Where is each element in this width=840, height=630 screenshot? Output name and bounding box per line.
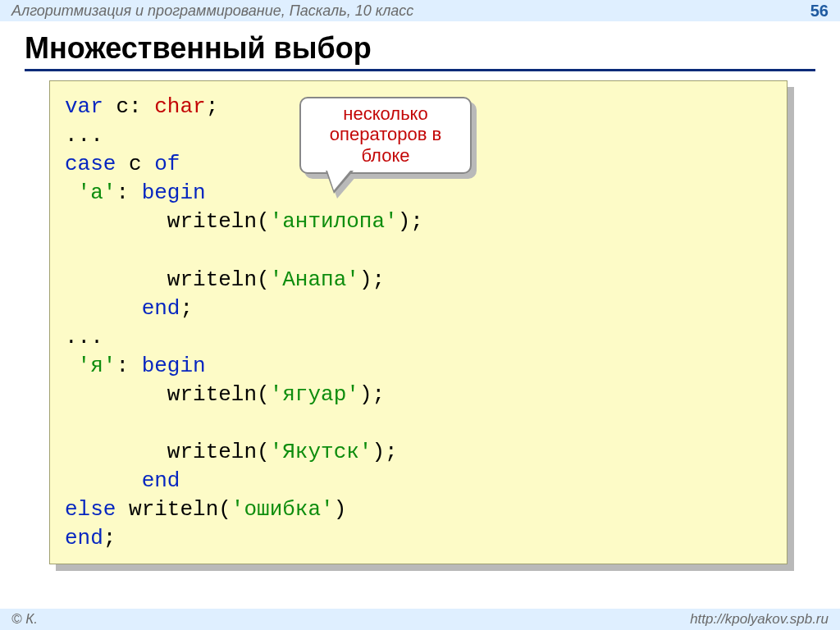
txt: : [116,180,141,205]
callout-text: несколько операторов в блоке [330,103,441,166]
txt: ; [372,382,385,407]
str-jaguar: 'ягуар' [270,382,359,407]
txt: ; [410,209,423,234]
txt: ; [180,296,193,321]
txt: ; [206,94,219,119]
page-number: 56 [810,2,829,21]
txt: : [116,354,141,378]
txt: ) [359,382,372,407]
kw-begin: begin [142,354,206,378]
kw-var: var [65,94,103,119]
kw-char: char [154,94,205,119]
fn-writeln: writeln [167,382,257,407]
txt-dots: ... [65,123,103,148]
indent [65,354,78,378]
txt: ( [257,440,270,464]
slide-title: Множественный выбор [25,31,815,71]
kw-end: end [65,526,103,550]
fn-writeln: writeln [167,267,257,292]
kw-end: end [142,296,180,321]
str-anapa: 'Анапа' [270,267,359,292]
txt: c [116,152,154,176]
txt: ) [334,497,347,522]
str-error: 'ошибка' [231,497,334,522]
indent [65,209,167,234]
indent [65,296,142,321]
indent [65,382,167,407]
kw-else: else [65,497,116,522]
txt: ; [385,440,398,464]
txt: ; [103,526,116,550]
header-bar: Алгоритмизация и программирование, Паска… [0,0,840,21]
lit-ya: 'я' [78,354,116,378]
footer-left: © К. [11,611,38,628]
str-yakutsk: 'Якутск' [270,440,372,464]
callout-bubble: несколько операторов в блоке [299,97,472,174]
callout-tail-fill [327,171,350,190]
indent [65,468,142,493]
kw-begin: begin [142,180,206,205]
indent [65,440,167,464]
txt: ( [257,267,270,292]
kw-end: end [142,468,180,493]
txt: ( [218,497,231,522]
kw-case: case [65,152,116,176]
fn-writeln: writeln [129,497,218,522]
txt: ; [372,267,385,292]
txt: ( [257,209,270,234]
indent [65,180,78,205]
footer-right: http://kpolyakov.spb.ru [690,611,829,628]
txt: c: [103,94,154,119]
txt: ) [359,267,372,292]
txt: ) [398,209,411,234]
txt-dots: ... [65,325,103,349]
kw-of: of [154,152,180,176]
txt: ( [257,382,270,407]
lit-a: 'а' [78,180,116,205]
callout-box: несколько операторов в блоке [299,97,472,174]
txt: ) [372,440,385,464]
fn-writeln: writeln [167,440,257,464]
fn-writeln: writeln [167,209,257,234]
footer-bar: © К. http://kpolyakov.spb.ru [0,609,840,630]
course-name: Алгоритмизация и программирование, Паска… [11,2,413,20]
str-antilopa: 'антилопа' [270,209,398,234]
indent [65,267,167,292]
